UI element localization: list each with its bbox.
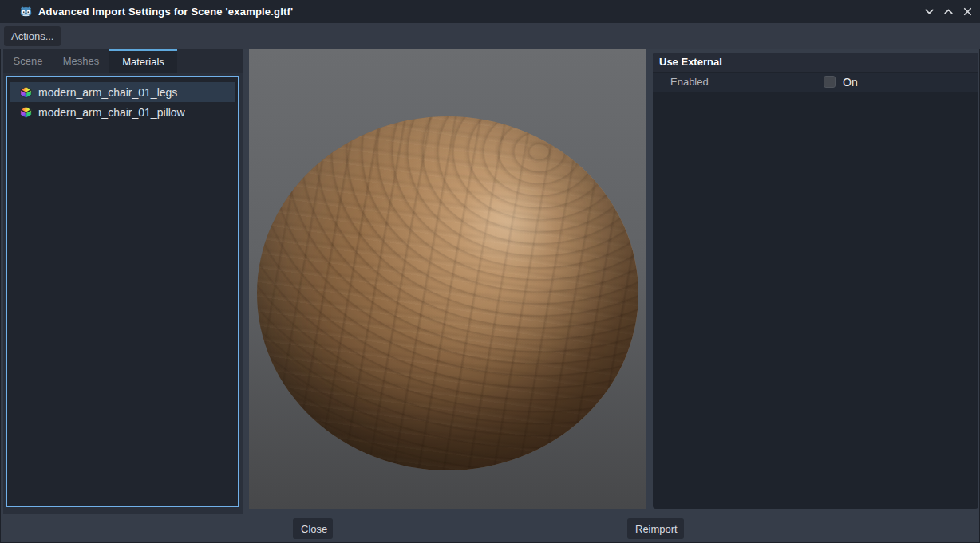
material-name: modern_arm_chair_01_pillow (38, 106, 185, 119)
actions-menu-button[interactable]: Actions... (4, 26, 61, 46)
material-name: modern_arm_chair_01_legs (38, 86, 177, 99)
tab-meshes[interactable]: Meshes (53, 49, 109, 73)
material-cube-icon (20, 106, 32, 118)
menubar: Actions... (0, 23, 980, 49)
close-icon[interactable] (958, 2, 977, 22)
tab-materials[interactable]: Materials (109, 49, 177, 73)
close-button[interactable]: Close (293, 518, 333, 539)
chevron-down-icon[interactable] (919, 2, 939, 22)
enabled-checkbox[interactable] (824, 76, 836, 88)
list-item-material-pillow[interactable]: modern_arm_chair_01_pillow (10, 102, 235, 122)
list-item-material-legs[interactable]: modern_arm_chair_01_legs (10, 82, 235, 102)
inspector-panel: Use External Enabled On (653, 53, 978, 509)
checkbox-on-label[interactable]: On (843, 73, 858, 92)
godot-logo-icon (19, 5, 33, 18)
window-title: Advanced Import Settings for Scene 'exam… (38, 0, 293, 23)
advanced-import-settings-dialog: Advanced Import Settings for Scene 'exam… (0, 0, 980, 543)
tab-bar: Scene Meshes Materials (3, 49, 243, 73)
materials-tab-panel: modern_arm_chair_01_legs modern_arm_chai… (3, 73, 243, 514)
tab-scene[interactable]: Scene (3, 49, 53, 73)
materials-list[interactable]: modern_arm_chair_01_legs modern_arm_chai… (6, 76, 239, 507)
material-cube-icon (20, 86, 32, 98)
property-row-enabled: Enabled On (653, 73, 978, 92)
window-controls (919, 0, 977, 23)
property-label-enabled: Enabled (670, 73, 709, 92)
material-preview-viewport[interactable] (249, 49, 646, 509)
titlebar[interactable]: Advanced Import Settings for Scene 'exam… (0, 0, 980, 23)
reimport-button[interactable]: Reimport (627, 518, 684, 539)
chevron-up-icon[interactable] (939, 2, 958, 22)
section-use-external[interactable]: Use External (653, 53, 978, 72)
material-preview-sphere (257, 116, 638, 470)
